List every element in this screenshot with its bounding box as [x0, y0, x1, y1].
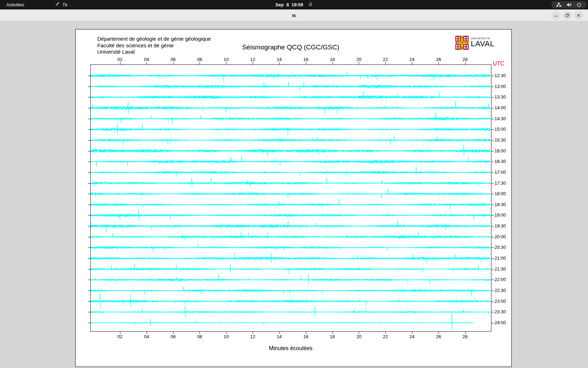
x-tick-mark-bottom: [439, 332, 439, 334]
x-tick-mark-bottom: [332, 332, 333, 334]
time-tick-mark-right: [491, 129, 494, 130]
time-tick-mark-right: [491, 87, 494, 87]
time-tick-mark-right: [491, 312, 494, 312]
time-tick-mark-left: [88, 151, 90, 151]
notifications-muted-bell-icon: [308, 2, 313, 8]
time-tick-mark-right: [491, 108, 494, 108]
seismogram-traces-canvas: [91, 65, 491, 331]
clock-label: Sep 8 19:59: [275, 2, 303, 7]
x-tick-label-bottom: 08: [192, 334, 206, 339]
x-tick-label-bottom: 06: [166, 334, 180, 339]
time-tick-mark-left: [88, 108, 90, 108]
laval-logo: UNIVERSITÉ LAVAL: [455, 36, 495, 51]
x-tick-mark-bottom: [385, 332, 386, 334]
time-tick-mark-right: [491, 280, 494, 280]
x-tick-mark-top: [306, 62, 306, 64]
time-tick-mark-left: [88, 119, 90, 119]
x-tick-label-top: 08: [192, 57, 206, 62]
x-tick-label-bottom: 26: [432, 334, 446, 339]
laval-crest-icon: [455, 36, 469, 51]
window-title-bar: tk: [0, 9, 588, 21]
close-button[interactable]: [574, 11, 583, 20]
minimize-button[interactable]: [552, 11, 561, 20]
time-label: 17:00: [495, 170, 506, 175]
x-tick-mark-top: [226, 62, 226, 64]
time-tick-mark-left: [88, 97, 90, 97]
x-tick-mark-bottom: [226, 332, 226, 334]
time-label: 15:30: [495, 137, 506, 143]
app-menu-button[interactable]: Tk: [51, 0, 71, 9]
time-tick-mark-left: [88, 280, 90, 280]
x-tick-mark-bottom: [359, 332, 359, 334]
x-tick-label-top: 10: [219, 57, 233, 62]
volume-icon: [566, 2, 572, 7]
utc-axis-label: UTC: [493, 61, 504, 67]
time-tick-mark-left: [88, 129, 90, 130]
time-tick-mark-right: [491, 172, 494, 173]
x-tick-mark-top: [253, 62, 253, 64]
activities-button[interactable]: Activities: [0, 0, 30, 9]
time-tick-mark-right: [491, 291, 494, 291]
time-label: 22:00: [495, 277, 506, 282]
x-tick-label-top: 28: [458, 57, 472, 62]
x-tick-mark-bottom: [173, 332, 174, 334]
time-tick-mark-right: [491, 226, 494, 226]
x-tick-label-top: 18: [326, 57, 340, 62]
time-label: 12:30: [495, 73, 506, 78]
x-tick-label-top: 26: [432, 57, 446, 62]
restore-button[interactable]: [563, 11, 572, 20]
org-line-1: Département de géologie et de génie géol…: [97, 36, 211, 42]
time-tick-mark-right: [491, 205, 494, 205]
x-tick-mark-bottom: [412, 332, 412, 334]
x-tick-mark-bottom: [465, 332, 465, 334]
x-tick-mark-bottom: [306, 332, 306, 334]
x-tick-label-top: 22: [378, 57, 392, 62]
time-label: 16:30: [495, 159, 506, 164]
x-tick-mark-top: [173, 62, 174, 64]
window-title: tk: [0, 9, 588, 21]
x-tick-label-top: 20: [352, 57, 366, 62]
logo-laval-label: LAVAL: [471, 40, 495, 47]
x-tick-mark-top: [279, 62, 280, 64]
time-label: 13:00: [495, 84, 506, 89]
x-tick-label-bottom: 20: [352, 334, 366, 339]
seismograph-panel: Département de géologie et de génie géol…: [75, 29, 512, 367]
time-label: 13:30: [495, 94, 506, 100]
x-tick-mark-top: [332, 62, 333, 64]
x-tick-mark-bottom: [147, 332, 147, 334]
time-tick-mark-right: [491, 194, 494, 194]
time-tick-mark-left: [88, 301, 90, 302]
time-tick-mark-right: [491, 215, 494, 216]
time-tick-mark-left: [88, 87, 90, 87]
time-tick-mark-right: [491, 119, 494, 119]
time-tick-mark-right: [491, 151, 494, 151]
time-tick-mark-left: [88, 140, 90, 141]
time-tick-mark-right: [491, 301, 494, 302]
gnome-top-bar: Activities Tk Sep 8 19:59: [0, 0, 588, 9]
x-tick-label-top: 06: [166, 57, 180, 62]
x-tick-mark-top: [359, 62, 359, 64]
time-tick-mark-left: [88, 226, 90, 226]
time-tick-mark-right: [491, 162, 494, 162]
quick-settings-button[interactable]: [551, 1, 587, 8]
time-label: 15:00: [495, 127, 506, 132]
time-tick-mark-right: [491, 140, 494, 141]
time-tick-mark-left: [88, 183, 90, 184]
time-label: 19:00: [495, 212, 506, 218]
time-tick-mark-left: [88, 76, 90, 76]
plot-title: Séismographe QCQ (CGC/GSC): [90, 43, 491, 51]
activities-label: Activities: [6, 2, 24, 7]
time-tick-mark-left: [88, 194, 90, 194]
time-label: 20:30: [495, 245, 506, 250]
time-label: 18:30: [495, 202, 506, 207]
x-tick-label-top: 12: [246, 57, 260, 62]
x-tick-label-top: 14: [272, 57, 286, 62]
time-tick-mark-left: [88, 269, 90, 270]
time-tick-mark-right: [491, 258, 494, 259]
network-icon: [556, 2, 561, 7]
x-tick-mark-bottom: [253, 332, 253, 334]
clock-button[interactable]: Sep 8 19:59: [275, 0, 313, 9]
time-tick-mark-right: [491, 76, 494, 76]
x-tick-label-bottom: 12: [246, 334, 260, 339]
power-icon: [576, 2, 582, 7]
